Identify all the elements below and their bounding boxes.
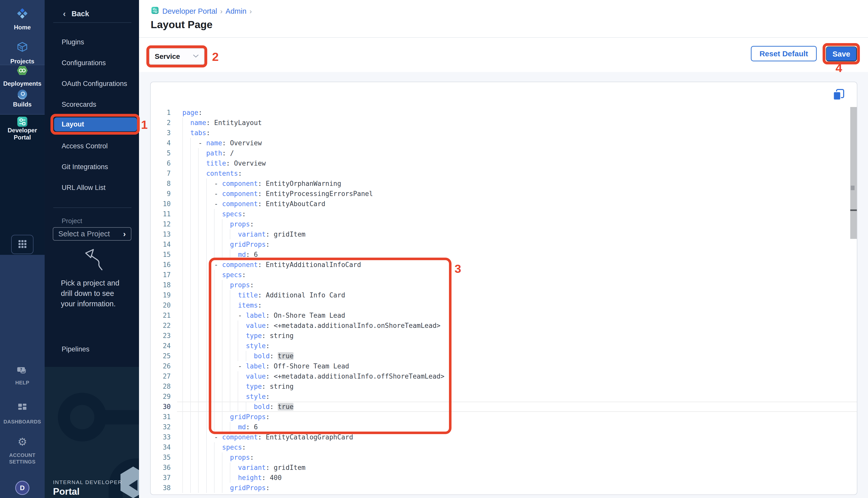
code-line-18[interactable]: 18 props:	[151, 280, 857, 290]
module-nav-item-builds[interactable]	[0, 88, 44, 102]
code-line-12[interactable]: 12 props:	[151, 219, 857, 229]
indent-guide	[230, 351, 230, 361]
copy-icon	[832, 89, 846, 101]
indent-guide	[222, 453, 222, 462]
code-line-37[interactable]: 37 height: 400	[151, 473, 857, 483]
code-line-33[interactable]: 33 - component: EntityCatalogGraphCard	[151, 432, 857, 442]
code-line-1[interactable]: 1page:	[151, 107, 857, 118]
indent-guide	[182, 453, 183, 462]
code-line-35[interactable]: 35 props:	[151, 453, 857, 462]
module-nav-item-projects[interactable]	[0, 41, 44, 54]
sidebar-item-plugins[interactable]: Plugins	[44, 36, 139, 48]
code-line-26[interactable]: 26 - label: Off-Shore Team Lead	[151, 361, 857, 371]
module-util-account-settings[interactable]: ⚙	[0, 437, 44, 447]
indent-guide	[214, 331, 215, 341]
code-line-13[interactable]: 13 variant: gridItem	[151, 229, 857, 239]
breadcrumb-admin[interactable]: Admin	[225, 7, 246, 15]
code-text: variant: gridItem	[177, 462, 857, 473]
module-util-help[interactable]: ?	[0, 366, 44, 378]
project-picker-button[interactable]: Select a Project ›	[53, 227, 131, 241]
sidebar-item-configurations[interactable]: Configurations	[44, 57, 139, 69]
indent-guide	[198, 381, 198, 392]
indent-guide	[214, 351, 215, 361]
code-line-27[interactable]: 27 value: <+metadata.additionalInfo.offS…	[151, 371, 857, 381]
indent-guide	[230, 361, 230, 371]
module-nav-item-home[interactable]	[0, 8, 44, 20]
copy-button[interactable]	[832, 89, 846, 101]
code-line-5[interactable]: 5 path: /	[151, 148, 857, 158]
indent-guide	[222, 483, 222, 493]
module-nav-label: Builds	[2, 101, 43, 108]
code-line-7[interactable]: 7 contents:	[151, 168, 857, 179]
code-line-2[interactable]: 2 name: EntityLayout	[151, 118, 857, 128]
code-line-14[interactable]: 14 gridProps:	[151, 239, 857, 249]
module-util-label: ACCOUNT SETTINGS	[2, 452, 43, 465]
code-line-8[interactable]: 8 - component: EntityOrphanWarning	[151, 179, 857, 189]
code-line-10[interactable]: 10 - component: EntityAboutCard	[151, 199, 857, 209]
indent-guide	[238, 402, 238, 412]
code-line-25[interactable]: 25 bold: true	[151, 351, 857, 361]
code-line-24[interactable]: 24 style:	[151, 341, 857, 351]
code-line-30[interactable]: 30 bold: true	[151, 402, 857, 412]
sidebar-item-layout[interactable]: Layout	[54, 117, 137, 131]
indent-guide	[206, 179, 207, 189]
page-title: Layout Page	[151, 19, 212, 31]
indent-guide	[238, 381, 238, 392]
arrow-doodle	[80, 247, 111, 272]
save-button[interactable]: Save	[826, 47, 857, 61]
avatar[interactable]: D	[15, 481, 29, 495]
code-line-34[interactable]: 34 specs:	[151, 442, 857, 453]
code-line-23[interactable]: 23 type: string	[151, 331, 857, 341]
code-line-38[interactable]: 38 gridProps:	[151, 483, 857, 493]
code-line-16[interactable]: 16 - component: EntityAdditionalInfoCard	[151, 260, 857, 270]
chevron-right-icon: ›	[123, 229, 126, 239]
code-line-4[interactable]: 4 - name: Overview	[151, 138, 857, 148]
indent-guide	[190, 341, 191, 351]
scrollbar-thumb[interactable]	[850, 107, 857, 239]
code-line-28[interactable]: 28 type: string	[151, 381, 857, 392]
code-line-6[interactable]: 6 title: Overview	[151, 158, 857, 168]
code-line-17[interactable]: 17 specs:	[151, 270, 857, 280]
code-line-20[interactable]: 20 items:	[151, 300, 857, 310]
code-line-29[interactable]: 29 style:	[151, 392, 857, 402]
module-nav-item-deployments[interactable]	[0, 64, 44, 78]
reset-default-button[interactable]: Reset Default	[751, 46, 817, 61]
sidebar-watermark	[44, 367, 139, 498]
yaml-editor[interactable]: 1page:2 name: EntityLayout3 tabs:4 - nam…	[150, 82, 857, 495]
indent-guide	[222, 371, 222, 381]
module-util-dashboards[interactable]	[0, 402, 44, 413]
code-line-31[interactable]: 31 gridProps:	[151, 412, 857, 422]
indent-guide	[214, 290, 215, 300]
code-text: props:	[177, 219, 857, 229]
code-line-32[interactable]: 32 md: 6	[151, 422, 857, 432]
sidebar-item-scorecards[interactable]: Scorecards	[44, 99, 139, 110]
indent-guide	[214, 442, 215, 453]
code-line-36[interactable]: 36 variant: gridItem	[151, 462, 857, 473]
indent-guide	[198, 442, 198, 453]
sidebar-item-url-allow-list[interactable]: URL Allow List	[44, 182, 139, 194]
sidebar-item-pipelines[interactable]: Pipelines	[44, 343, 139, 355]
indent-guide	[198, 300, 198, 310]
code-line-9[interactable]: 9 - component: EntityProcessingErrorsPan…	[151, 189, 857, 199]
code-line-3[interactable]: 3 tabs:	[151, 128, 857, 138]
code-text: - component: EntityAdditionalInfoCard	[177, 260, 857, 270]
module-util-label: HELP	[2, 379, 43, 386]
breadcrumb-developer-portal[interactable]: Developer Portal	[162, 7, 217, 15]
indent-guide	[182, 310, 183, 320]
code-line-11[interactable]: 11 specs:	[151, 209, 857, 219]
indent-guide	[238, 331, 238, 341]
back-button[interactable]: ‹ Back	[44, 9, 139, 20]
sidebar-item-access-control[interactable]: Access Control	[44, 140, 139, 152]
code-lines[interactable]: 1page:2 name: EntityLayout3 tabs:4 - nam…	[151, 107, 857, 493]
sidebar-item-oauth-configurations[interactable]: OAuth Configurations	[44, 78, 139, 90]
sidebar-item-git-integrations[interactable]: Git Integrations	[44, 161, 139, 173]
code-line-21[interactable]: 21 - label: On-Shore Team Lead	[151, 310, 857, 320]
code-line-19[interactable]: 19 title: Additional Info Card	[151, 290, 857, 300]
scope-dropdown[interactable]: Service	[149, 48, 205, 65]
code-line-15[interactable]: 15 md: 6	[151, 249, 857, 260]
indent-guide	[182, 270, 183, 280]
module-nav-label: Developer Portal	[2, 127, 43, 141]
module-picker-button[interactable]	[11, 235, 34, 254]
indent-guide	[190, 189, 191, 199]
code-line-22[interactable]: 22 value: <+metadata.additionalInfo.onSh…	[151, 320, 857, 331]
